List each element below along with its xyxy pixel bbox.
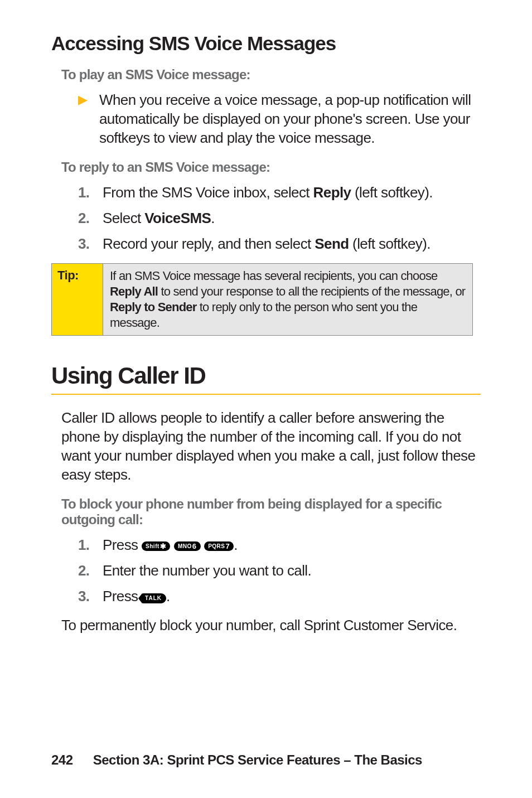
text: . <box>234 536 238 553</box>
text: From the SMS Voice inbox, select <box>103 184 313 201</box>
step-item: 2. Select VoiceSMS. <box>78 209 481 228</box>
bullet-item: ▶ When you receive a voice message, a po… <box>78 90 481 147</box>
step-item: 3. Press TALK. <box>78 587 481 606</box>
heading-using-caller-id: Using Caller ID <box>51 362 481 395</box>
step-item: 1. Press Shift✱ MNO6 PQRS7. <box>78 535 481 554</box>
step-text: Press TALK. <box>103 587 170 606</box>
text: Press <box>103 588 142 604</box>
caller-id-paragraph: Caller ID allows people to identify a ca… <box>61 408 481 484</box>
bullet-text: When you receive a voice message, a pop-… <box>99 90 481 147</box>
steps-reply: 1. From the SMS Voice inbox, select Repl… <box>78 183 481 253</box>
lead-reply-sms: To reply to an SMS Voice message: <box>61 159 481 175</box>
text: . <box>211 210 215 226</box>
page-number: 242 <box>51 752 73 767</box>
step-item: 3. Record your reply, and then select Se… <box>78 234 481 253</box>
key-small: PQRS <box>208 543 225 549</box>
step-number: 1. <box>78 535 103 554</box>
section-title: Section 3A: Sprint PCS Service Features … <box>93 752 422 767</box>
text: If an SMS Voice message has several reci… <box>110 269 438 283</box>
bold-text: VoiceSMS <box>144 210 211 226</box>
step-number: 2. <box>78 561 103 580</box>
key-big: ✱ <box>160 542 167 550</box>
lead-play-sms: To play an SMS Voice message: <box>61 67 481 83</box>
bold-text: Send <box>315 235 349 252</box>
heading-accessing-sms: Accessing SMS Voice Messages <box>51 32 481 55</box>
permanent-block-paragraph: To permanently block your number, call S… <box>61 616 481 635</box>
step-text: Select VoiceSMS. <box>103 209 215 228</box>
text: . <box>166 588 170 604</box>
step-number: 3. <box>78 587 103 606</box>
text: to send your response to all the recipie… <box>158 284 465 298</box>
page-footer: 242 Section 3A: Sprint PCS Service Featu… <box>51 752 422 768</box>
key-small: Shift <box>146 543 159 549</box>
step-text: Enter the number you want to call. <box>103 561 311 580</box>
key-6-icon: MNO6 <box>174 541 201 551</box>
lead-block-number: To block your phone number from being di… <box>61 496 481 528</box>
step-text: Press Shift✱ MNO6 PQRS7. <box>103 535 238 554</box>
tip-label: Tip: <box>52 264 103 335</box>
key-big: 6 <box>192 542 197 550</box>
text: Select <box>103 210 144 226</box>
key-7-icon: PQRS7 <box>204 541 234 551</box>
key-talk-icon: TALK <box>142 593 166 603</box>
key-small: MNO <box>178 543 192 549</box>
step-number: 3. <box>78 234 103 253</box>
key-shift-icon: Shift✱ <box>142 541 170 551</box>
step-text: Record your reply, and then select Send … <box>103 234 431 253</box>
text: Record your reply, and then select <box>103 235 315 252</box>
bold-text: Reply to Sender <box>110 300 196 314</box>
text: (left softkey). <box>349 235 430 252</box>
text: Press <box>103 536 142 553</box>
text: (left softkey). <box>351 184 432 201</box>
tip-body: If an SMS Voice message has several reci… <box>103 264 472 335</box>
steps-block-number: 1. Press Shift✱ MNO6 PQRS7. 2. Enter the… <box>78 535 481 606</box>
tip-box: Tip: If an SMS Voice message has several… <box>51 263 473 336</box>
step-number: 1. <box>78 183 103 202</box>
triangle-bullet-icon: ▶ <box>78 90 99 147</box>
step-item: 1. From the SMS Voice inbox, select Repl… <box>78 183 481 202</box>
step-text: From the SMS Voice inbox, select Reply (… <box>103 183 433 202</box>
key-big: 7 <box>225 542 230 550</box>
bold-text: Reply <box>313 184 351 201</box>
bold-text: Reply All <box>110 284 158 298</box>
step-number: 2. <box>78 209 103 228</box>
step-item: 2. Enter the number you want to call. <box>78 561 481 580</box>
